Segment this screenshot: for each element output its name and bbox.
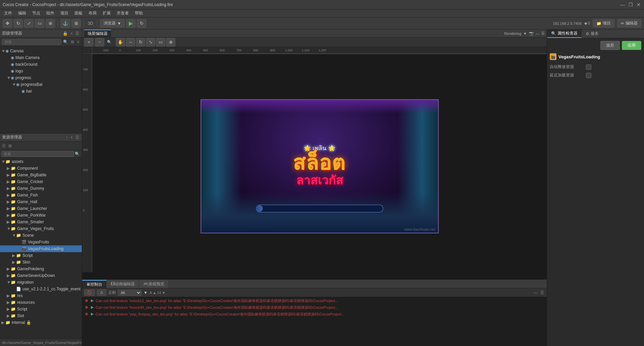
scene-editor-tab[interactable]: 场景编辑器 <box>84 30 111 37</box>
tree-node-progress[interactable]: ▼ ◉ progress <box>0 74 82 81</box>
toolbar-snapping[interactable]: ⊞ <box>71 19 81 28</box>
asset-item-script2[interactable]: ▶ 📁 Script <box>0 306 82 312</box>
menu-edit[interactable]: 编辑 <box>15 10 29 17</box>
asset-item-smaller[interactable]: ▶ 📁 Game_Smaller <box>0 219 82 225</box>
menu-developer[interactable]: 开发者 <box>114 10 131 17</box>
hierarchy-filter-icon[interactable]: ⊞ <box>70 40 75 44</box>
asset-item-component[interactable]: ▶ 📁 Component <box>0 165 82 172</box>
gizmo-combo[interactable]: ⊕ <box>166 38 175 47</box>
assets-list-icon[interactable]: ☰ <box>1 143 6 148</box>
asset-item-assets[interactable]: ▼ 📁 assets <box>0 158 82 165</box>
asset-item-pokdeng[interactable]: ▶ 📁 GamePokdeng <box>0 266 82 272</box>
console-error-3[interactable]: ✖ ▶ Can not find texture "pop_firstpay_s… <box>82 311 547 318</box>
font-size-down[interactable]: ▼ <box>162 291 165 295</box>
asset-item-launcher[interactable]: ▶ 📁 Game_Launcher <box>0 205 82 212</box>
assets-search-input[interactable] <box>1 151 74 157</box>
menu-component[interactable]: 组件 <box>44 10 57 17</box>
asset-item-fish[interactable]: ▶ 📁 Game_Fish <box>0 192 82 198</box>
gizmo-hand[interactable]: ✋ <box>116 38 125 47</box>
asset-item-sevenupdown[interactable]: ▶ 📁 GameSevenUpDown <box>0 272 82 279</box>
toolbar-rotate[interactable]: ↻ <box>13 19 23 28</box>
asset-item-use-v2[interactable]: 📄 use_v2.1-2.2.1_cc.Toggle_event <box>0 286 82 292</box>
expand-icon[interactable]: ▶ <box>91 298 94 303</box>
tab-animation-editor[interactable]: 🎞 动画编辑器 <box>107 280 139 288</box>
asset-item-cricket[interactable]: ▶ 📁 Game_Cricket <box>0 178 82 185</box>
tree-node-background[interactable]: ◉ backGround <box>0 61 82 68</box>
auto-release-checkbox[interactable] <box>586 64 591 70</box>
tab-inspector[interactable]: 🔍 属性检查器 <box>547 30 582 38</box>
zoom-in-button[interactable]: + <box>84 38 94 47</box>
play-button[interactable]: ▶ <box>126 19 136 28</box>
console-minimize-icon[interactable]: — <box>533 290 538 295</box>
tree-node-logo[interactable]: ◉ logo <box>0 68 82 74</box>
asset-item-res[interactable]: ▶ 📁 res <box>0 292 82 299</box>
hierarchy-add-icon[interactable]: + <box>70 31 73 36</box>
editor-button[interactable]: ✏ 编辑器 <box>617 19 641 27</box>
asset-item-bigbattle[interactable]: ▶ 📁 Game_BigBattle <box>0 172 82 178</box>
asset-item-scene-folder[interactable]: ▼ 📁 Scene <box>0 232 82 239</box>
asset-item-slot[interactable]: ▶ 📁 Slot <box>0 312 82 319</box>
project-button[interactable]: 📁 项目 <box>593 19 614 27</box>
asset-item-porkwar[interactable]: ▶ 📁 Game_PorkWar <box>0 212 82 219</box>
menu-extend[interactable]: 扩展 <box>100 10 113 17</box>
minimize-button[interactable]: — <box>620 2 625 7</box>
zoom-out-button[interactable]: − <box>95 38 104 47</box>
expand-icon[interactable]: ▶ <box>91 312 94 316</box>
discard-button[interactable]: 放弃 <box>600 41 620 50</box>
console-menu-icon[interactable]: ☰ <box>540 290 545 295</box>
menu-node[interactable]: 节点 <box>30 10 43 17</box>
console-error-1[interactable]: ✖ ▶ Can not find texture "knock12_ske_te… <box>82 298 547 304</box>
asset-item-dummy[interactable]: ▶ 📁 Game_Dummy <box>0 185 82 192</box>
toolbar-scale[interactable]: ⤢ <box>24 19 34 28</box>
assets-search-icon[interactable]: 🔍 <box>74 152 80 156</box>
assets-menu-icon[interactable]: ☰ <box>75 135 80 140</box>
close-button[interactable]: ✕ <box>636 2 641 7</box>
asset-item-vegasfruits-loading[interactable]: 🎬 VegasFruitsLoading <box>0 245 82 252</box>
lazy-load-checkbox[interactable] <box>586 73 591 78</box>
tab-service[interactable]: ⚙ 服务 <box>582 30 603 38</box>
hierarchy-sort-icon[interactable]: ≡ <box>76 40 80 44</box>
asset-item-vegas-fruits[interactable]: ▼ 📁 Game_Vegas_Fruits <box>0 225 82 232</box>
maximize-button[interactable]: ❐ <box>628 2 633 7</box>
gizmo-s[interactable]: ⤡ <box>146 38 155 47</box>
font-size-up[interactable]: ▲ <box>153 291 156 295</box>
console-error-2[interactable]: ✖ ▶ Can not find texture "knock34_ske_te… <box>82 304 547 311</box>
assets-new-icon[interactable]: + <box>70 135 73 140</box>
filter-type-select[interactable]: All Error Warning Log <box>118 290 142 296</box>
toolbar-rect[interactable]: ▭ <box>35 19 44 28</box>
asset-item-script[interactable]: ▶ 📁 Script <box>0 252 82 259</box>
asset-item-internal[interactable]: ▶ 📁 internal 🔒 <box>0 319 82 326</box>
asset-item-migration[interactable]: ▼ 📁 migration <box>0 279 82 286</box>
toolbar-anchor[interactable]: ⚓ <box>61 19 70 28</box>
tab-console[interactable]: 🖥 控制台 <box>82 280 107 288</box>
apply-button[interactable]: 应用 <box>622 41 641 50</box>
hierarchy-menu-icon[interactable]: ☰ <box>75 31 80 36</box>
assets-grid-icon[interactable]: ⊞ <box>8 143 12 148</box>
tree-node-canvas[interactable]: ▼ ◉ Canvas <box>0 48 82 54</box>
tree-node-progressbar[interactable]: ▼ ◉ progressBar <box>0 81 82 88</box>
menu-file[interactable]: 文件 <box>1 10 15 17</box>
asset-item-vegasfruits[interactable]: 🎬 VegasFruits <box>0 239 82 245</box>
tree-node-main-camera[interactable]: ◉ Main Camera <box>0 54 82 61</box>
search-icon[interactable]: 🔍 <box>62 40 69 44</box>
menu-layout[interactable]: 布局 <box>86 10 99 17</box>
gizmo-rect2[interactable]: ▭ <box>156 38 165 47</box>
toolbar-move[interactable]: ✥ <box>3 19 12 28</box>
menu-help[interactable]: 帮助 <box>132 10 146 17</box>
console-filter-button[interactable]: ⚠ <box>97 289 106 296</box>
asset-item-skin[interactable]: ▶ 📁 Skin <box>0 259 82 266</box>
panel-menu-icon[interactable]: ☰ <box>541 31 545 36</box>
asset-item-hall[interactable]: ▶ 📁 Game_Hall <box>0 198 82 205</box>
menu-project[interactable]: 项目 <box>58 10 71 17</box>
gizmo-r[interactable]: ↻ <box>136 38 145 47</box>
asset-item-resources[interactable]: ▶ 📁 resources <box>0 299 82 306</box>
hierarchy-lock-icon[interactable]: 🔒 <box>62 31 68 36</box>
hierarchy-search-input[interactable] <box>2 39 61 45</box>
expand-icon[interactable]: ▶ <box>91 305 94 309</box>
menu-panel[interactable]: 面板 <box>72 10 85 17</box>
tab-game-preview[interactable]: 🎮 游戏预览 <box>139 280 169 288</box>
gizmo-move[interactable]: ↔ <box>126 38 135 47</box>
tree-node-bar[interactable]: ◉ bar <box>0 88 82 95</box>
refresh-button[interactable]: ↻ <box>137 19 146 28</box>
console-clear-button[interactable]: 🚫 <box>84 289 95 296</box>
